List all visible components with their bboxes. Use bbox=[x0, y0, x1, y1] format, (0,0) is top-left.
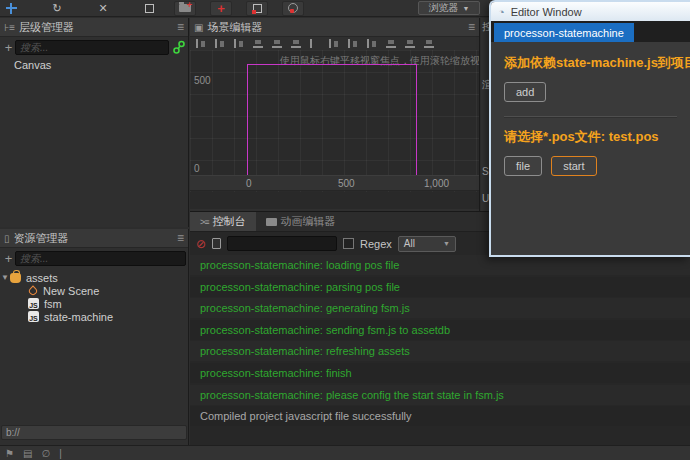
log-row[interactable]: processon-statemachine: please config th… bbox=[190, 385, 690, 405]
anchor-tool-icon[interactable] bbox=[246, 1, 268, 16]
scene-file-icon bbox=[27, 285, 38, 296]
divider bbox=[504, 116, 677, 118]
add-button[interactable]: add bbox=[504, 82, 546, 102]
separator-icon bbox=[310, 39, 320, 48]
panel-menu-icon[interactable]: ≡ bbox=[468, 20, 475, 34]
move-tool-icon[interactable] bbox=[0, 1, 22, 16]
distribute-center-h-icon[interactable] bbox=[348, 39, 358, 48]
tree-item-new-scene[interactable]: New Scene bbox=[0, 284, 188, 297]
log-row[interactable]: processon-statemachine: loading pos file bbox=[190, 255, 690, 275]
hierarchy-icon: ⊦≡ bbox=[4, 22, 15, 33]
scene-panel: ▣ 场景编辑器 ≡ 使用鼠标右键平移视窗焦点，使用滚轮缩放视图 500 0 0 … bbox=[190, 18, 480, 211]
editor-window-title: Editor Window bbox=[511, 6, 582, 18]
tab-processon-statemachine[interactable]: processon-statemachine bbox=[494, 23, 634, 42]
align-top-icon[interactable] bbox=[253, 39, 263, 48]
scene-viewport[interactable]: 使用鼠标右键平移视窗焦点，使用滚轮缩放视图 500 0 0 500 1,000 bbox=[190, 50, 479, 209]
hierarchy-search-input[interactable] bbox=[15, 40, 169, 55]
console-tab-icon: >≡ bbox=[200, 217, 209, 227]
canvas-bounds[interactable] bbox=[247, 64, 417, 176]
window-icon: ◔ bbox=[498, 6, 505, 18]
log-row[interactable]: processon-statemachine: refreshing asset… bbox=[190, 341, 690, 361]
file-button[interactable]: file bbox=[504, 156, 542, 176]
scene-header[interactable]: ▣ 场景编辑器 ≡ bbox=[190, 18, 479, 37]
log-row[interactable]: processon-statemachine: parsing pos file bbox=[190, 277, 690, 297]
log-row[interactable]: processon-statemachine: finish bbox=[190, 363, 690, 383]
pos-file-instruction: 请选择*.pos文件: test.pos bbox=[504, 128, 677, 146]
database-icon[interactable]: ▤ bbox=[23, 448, 32, 459]
distribute-top-icon[interactable] bbox=[386, 39, 396, 48]
log-row[interactable]: processon-statemachine: sending fsm.js t… bbox=[190, 320, 690, 340]
animation-tab-icon bbox=[266, 218, 277, 226]
panel-menu-icon[interactable]: ≡ bbox=[177, 20, 184, 34]
create-node-button[interactable]: + bbox=[2, 40, 15, 55]
panel-menu-icon[interactable]: ≡ bbox=[177, 231, 184, 245]
scene-icon: ▣ bbox=[194, 22, 203, 33]
hierarchy-panel: ⊦≡ 层级管理器 ≡ + Canvas bbox=[0, 18, 189, 227]
link-icon[interactable] bbox=[172, 40, 186, 55]
log-level-dropdown[interactable]: All ▼ bbox=[398, 236, 456, 252]
distribute-bottom-icon[interactable] bbox=[424, 39, 434, 48]
editor-window: ◔ Editor Window processon-statemachine 添… bbox=[489, 0, 690, 257]
status-bar: ⚑ ▤ ∅ | bbox=[0, 445, 690, 460]
tree-item-assets[interactable]: ▼ assets bbox=[0, 271, 188, 284]
dependency-instruction: 添加依赖state-machine.js到项目 bbox=[504, 54, 677, 72]
hierarchy-title: 层级管理器 bbox=[19, 20, 74, 35]
create-asset-button[interactable]: + bbox=[2, 251, 15, 266]
console-log-list: processon-statemachine: loading pos file… bbox=[190, 255, 690, 426]
rotate-tool-icon[interactable]: ↻ bbox=[46, 1, 68, 16]
distribute-right-icon[interactable] bbox=[367, 39, 377, 48]
pin-icon[interactable]: ⚑ bbox=[5, 448, 14, 459]
regex-checkbox[interactable] bbox=[343, 238, 354, 249]
tab-animation-editor[interactable]: 动画编辑器 bbox=[256, 212, 346, 231]
assets-tree: ▼ assets New Scene JS fsm JS state-machi… bbox=[0, 269, 188, 323]
assets-title: 资源管理器 bbox=[14, 231, 69, 246]
distribute-middle-icon[interactable] bbox=[405, 39, 415, 48]
add-node-icon[interactable] bbox=[174, 1, 196, 16]
js-file-icon: JS bbox=[28, 311, 39, 322]
align-left-icon[interactable] bbox=[196, 39, 206, 48]
ruler-y-500: 500 bbox=[194, 75, 211, 86]
ruler-y-0: 0 bbox=[194, 163, 200, 174]
tree-item-state-machine[interactable]: JS state-machine bbox=[0, 310, 188, 323]
clear-console-icon[interactable]: ⊘ bbox=[196, 237, 206, 251]
chevron-down-icon: ▼ bbox=[463, 5, 470, 12]
align-center-h-icon[interactable] bbox=[215, 39, 225, 48]
assets-search-input[interactable] bbox=[15, 251, 186, 266]
caret-down-icon[interactable]: ▼ bbox=[0, 273, 10, 282]
tab-console[interactable]: >≡ 控制台 bbox=[190, 212, 256, 231]
distribute-left-icon[interactable] bbox=[329, 39, 339, 48]
preview-target-dropdown[interactable]: 浏览器▼ bbox=[418, 1, 480, 15]
scene-title: 场景编辑器 bbox=[207, 20, 262, 35]
assets-icon: ▯ bbox=[4, 233, 10, 244]
log-row[interactable]: Compiled project javascript file success… bbox=[190, 406, 690, 426]
hierarchy-header[interactable]: ⊦≡ 层级管理器 ≡ bbox=[0, 18, 188, 37]
log-row[interactable]: processon-statemachine: generating fsm.j… bbox=[190, 298, 690, 318]
eye-off-icon[interactable]: ∅ bbox=[41, 448, 50, 459]
editor-window-titlebar[interactable]: ◔ Editor Window bbox=[491, 2, 690, 21]
viewport-footer bbox=[190, 192, 479, 209]
editor-window-tabbar: processon-statemachine bbox=[491, 21, 690, 42]
js-file-icon: JS bbox=[28, 298, 39, 309]
folder-bag-icon bbox=[10, 273, 21, 283]
cursor-bar: | bbox=[59, 448, 62, 459]
ruler-x: 0 500 1,000 bbox=[190, 175, 479, 191]
add-component-icon[interactable]: + bbox=[210, 1, 232, 16]
align-bottom-icon[interactable] bbox=[291, 39, 301, 48]
align-middle-icon[interactable] bbox=[272, 39, 282, 48]
tree-item-fsm[interactable]: JS fsm bbox=[0, 297, 188, 310]
assets-header[interactable]: ▯ 资源管理器 ≡ bbox=[0, 229, 188, 248]
align-right-icon[interactable] bbox=[234, 39, 244, 48]
start-button[interactable]: start bbox=[551, 156, 596, 176]
scale-tool-icon[interactable]: ✕ bbox=[92, 1, 114, 16]
regex-label: Regex bbox=[360, 238, 392, 250]
hierarchy-node-canvas[interactable]: Canvas bbox=[0, 58, 188, 71]
assets-path-bar: b:// bbox=[1, 425, 187, 440]
chevron-down-icon: ▼ bbox=[443, 240, 450, 247]
console-filter-input[interactable] bbox=[227, 236, 337, 251]
pivot-tool-icon[interactable] bbox=[282, 1, 304, 16]
align-toolbar bbox=[190, 37, 479, 50]
assets-panel: ▯ 资源管理器 ≡ + ▼ assets New Scene JS fsm JS… bbox=[0, 229, 189, 445]
rect-tool-icon[interactable] bbox=[138, 1, 160, 16]
open-log-file-icon[interactable] bbox=[212, 238, 221, 249]
